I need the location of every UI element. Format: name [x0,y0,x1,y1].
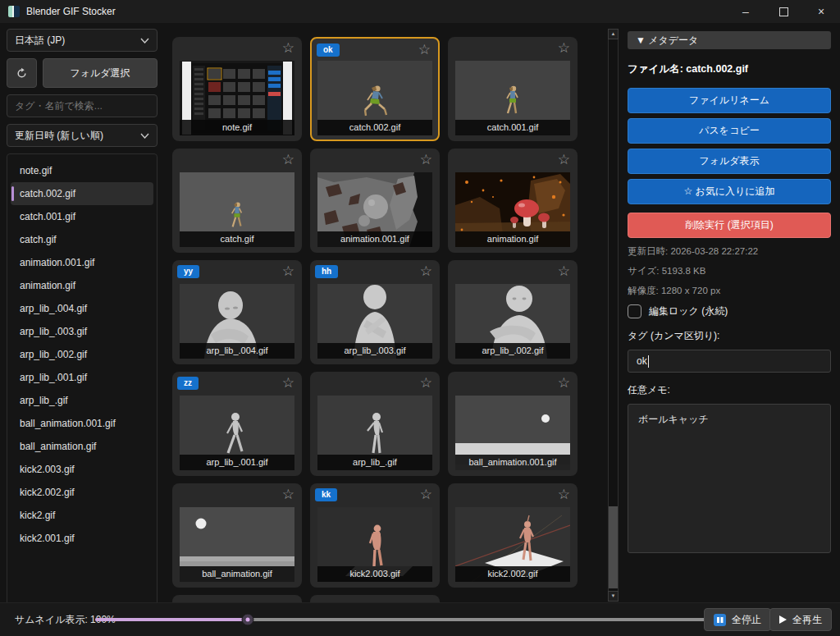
thumbnail-grid: ☆note.gifok☆catch.002.gif☆catch.001.gif☆… [172,37,578,606]
star-icon[interactable]: ☆ [420,150,432,170]
gif-card[interactable]: ☆catch.001.gif [448,37,578,141]
star-icon[interactable]: ☆ [282,39,294,58]
file-list-item[interactable]: animation.001.gif [11,251,153,274]
gif-card[interactable]: ☆kick2.002.gif [448,483,578,588]
file-list: note.gifcatch.002.gifcatch.001.gifcatch.… [7,153,158,606]
play-icon [779,615,787,624]
gif-card[interactable]: kk☆kick2.003.gif [310,483,440,588]
file-list-item[interactable]: arp_lib_.003.gif [11,320,153,343]
star-icon[interactable]: ☆ [420,373,432,393]
close-button[interactable]: × [802,0,840,23]
star-icon[interactable]: ☆ [282,262,294,281]
gif-caption: animation.gif [455,231,570,247]
app-icon [8,6,20,17]
grid-scrollbar[interactable]: ▲ ▼ [608,29,619,602]
stop-all-button[interactable]: 全停止 [704,608,771,631]
gif-card[interactable]: ☆animation.001.gif [310,149,440,253]
window-title: Blender GIF Stocker [26,6,116,17]
file-list-item[interactable]: catch.gif [11,228,153,251]
star-icon[interactable]: ☆ [418,40,431,60]
memo-textarea[interactable]: ボールキャッチ [628,404,831,553]
star-icon[interactable]: ☆ [558,39,570,58]
gif-caption: arp_lib_.002.gif [455,343,570,359]
play-all-button[interactable]: 全再生 [769,608,832,631]
language-select-value: 日本語 (JP) [15,34,65,48]
file-list-item[interactable]: catch.001.gif [11,205,153,228]
sort-select-value: 更新日時 (新しい順) [15,129,103,143]
gif-card[interactable]: ☆animation.gif [448,149,578,253]
tag-badge: kk [315,488,337,501]
delete-button[interactable]: 削除実行 (選択項目) [628,213,831,238]
gif-caption: ball_animation.gif [180,566,294,582]
file-list-item[interactable]: kick2.003.gif [11,458,153,481]
star-icon[interactable]: ☆ [282,485,294,505]
copy-path-button[interactable]: パスをコピー [628,118,831,144]
file-list-item[interactable]: catch.002.gif [11,182,153,205]
gif-card[interactable]: ☆catch.gif [172,149,302,253]
star-icon[interactable]: ☆ [282,150,294,170]
gif-card[interactable]: yy☆arp_lib_.004.gif [172,260,302,364]
thumbnail-zoom-slider[interactable] [95,618,706,621]
scroll-down-button[interactable]: ▼ [608,591,619,602]
metadata-info: 更新日時: 2026-03-28 22:27:22サイズ: 5193.8 KB解… [628,245,831,297]
minimize-button[interactable]: – [727,0,765,23]
refresh-button[interactable] [7,58,37,88]
gif-caption: kick2.002.gif [455,566,570,582]
file-list-item[interactable]: arp_lib_.004.gif [11,297,153,320]
star-icon[interactable]: ☆ [420,262,432,281]
file-list-item[interactable]: ball_animation.gif [11,435,153,458]
gif-caption: catch.001.gif [455,120,570,135]
gif-card[interactable]: ☆ball_animation.gif [172,483,302,588]
metadata-info-line: 解像度: 1280 x 720 px [628,285,831,297]
edit-lock-label: 編集ロック (永続) [649,304,728,318]
add-favorite-button[interactable]: ☆ お気に入りに追加 [628,179,831,204]
gif-card[interactable]: ☆arp_lib_.002.gif [448,260,578,364]
chevron-down-icon [140,133,149,139]
file-list-item[interactable]: ball_animation.001.gif [11,412,153,435]
file-list-item[interactable]: kick2.gif [11,504,153,527]
maximize-icon [779,7,788,16]
metadata-filename: ファイル名: catch.002.gif [628,62,831,76]
star-icon[interactable]: ☆ [420,485,432,505]
search-input[interactable] [7,94,158,117]
file-list-item[interactable]: kick2.002.gif [11,481,153,504]
file-list-item[interactable]: arp_lib_.gif [11,389,153,412]
scroll-up-button[interactable]: ▲ [608,29,619,39]
slider-thumb[interactable] [242,614,254,626]
text-caret [648,355,649,368]
star-icon[interactable]: ☆ [558,373,570,393]
metadata-header[interactable]: ▼ メタデータ [628,31,831,49]
gif-caption: kick2.003.gif [317,566,432,582]
rename-button[interactable]: ファイルリネーム [628,88,831,113]
file-list-item[interactable]: animation.gif [11,274,153,297]
file-list-item[interactable]: arp_lib_.002.gif [11,343,153,366]
file-list-item[interactable]: note.gif [11,159,153,182]
tag-input[interactable]: ok [628,350,831,373]
gif-card[interactable]: ☆arp_lib_.gif [310,372,440,476]
file-list-item[interactable]: arp_lib_.001.gif [11,366,153,389]
edit-lock-checkbox[interactable] [628,304,641,318]
gif-caption: arp_lib_.003.gif [317,343,432,359]
gif-card[interactable]: ☆note.gif [172,37,302,141]
bottom-bar: サムネイル表示: 100% 全停止 全再生 [0,602,840,636]
slider-fill [95,618,248,621]
sort-select[interactable]: 更新日時 (新しい順) [7,124,158,147]
maximize-button[interactable] [765,0,802,23]
tag-badge: yy [177,265,199,278]
tag-input-value: ok [637,355,647,367]
star-icon[interactable]: ☆ [558,150,570,170]
gif-card[interactable]: zz☆arp_lib_.001.gif [172,372,302,476]
gif-card[interactable]: hh☆arp_lib_.003.gif [310,260,440,364]
star-icon[interactable]: ☆ [282,373,294,393]
language-select[interactable]: 日本語 (JP) [7,29,158,52]
select-folder-button[interactable]: フォルダ選択 [43,58,158,88]
file-list-item[interactable]: kick2.001.gif [11,527,153,550]
star-icon[interactable]: ☆ [558,262,570,281]
refresh-icon [16,67,28,80]
gif-card[interactable]: ok☆catch.002.gif [310,37,440,141]
pause-icon [714,614,726,626]
gif-card[interactable]: ☆ball_animation.001.gif [448,372,578,476]
star-icon[interactable]: ☆ [558,485,570,505]
show-folder-button[interactable]: フォルダ表示 [628,149,831,174]
scrollbar-thumb[interactable] [609,506,618,588]
